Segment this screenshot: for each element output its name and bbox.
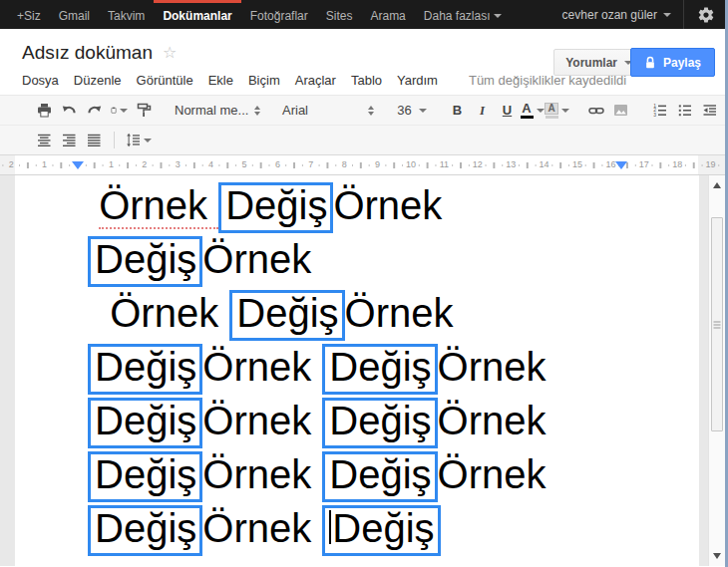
menu-help[interactable]: Yardım [397, 73, 438, 88]
document-line: DeğişÖrnek Değiş [88, 502, 699, 556]
redo-button[interactable] [83, 99, 106, 122]
bold-button[interactable]: B [446, 99, 469, 122]
match-highlight-box[interactable]: Değiş [322, 398, 437, 448]
font-family-select[interactable]: Arial [278, 103, 378, 118]
align-right-button[interactable] [58, 129, 81, 151]
topbar-item-photos[interactable]: Fotoğraflar [241, 0, 317, 29]
topbar-item-gmail[interactable]: Gmail [50, 0, 99, 29]
text-run: Değiş [225, 183, 327, 227]
menu-format[interactable]: Biçim [248, 73, 280, 88]
paint-format-button[interactable] [133, 99, 156, 122]
gear-icon [697, 6, 715, 24]
link-icon [588, 104, 604, 118]
match-highlight-box[interactable]: Değiş [218, 182, 333, 233]
match-highlight-box[interactable]: Değiş [322, 451, 437, 502]
font-size-select[interactable]: 36 [392, 103, 431, 118]
star-icon[interactable]: ☆ [163, 45, 177, 61]
paste-button[interactable] [108, 99, 131, 122]
text-run: Değiş [332, 506, 434, 550]
ruler-number: 14 [540, 159, 549, 169]
lock-icon [644, 56, 656, 70]
menu-file[interactable]: Dosya [22, 73, 59, 88]
ruler-number: 3 [176, 159, 181, 169]
scrollbar-thumb[interactable] [711, 217, 723, 431]
topbar-item-sites[interactable]: Sites [317, 0, 362, 29]
menu-tools[interactable]: Araçlar [295, 73, 336, 88]
highlight-color-button[interactable]: A [546, 99, 568, 122]
print-button[interactable] [33, 99, 56, 122]
text-run [88, 183, 99, 227]
text-run: Örnek [333, 183, 442, 227]
bulleted-list-button[interactable] [673, 99, 696, 122]
match-highlight-box[interactable]: Değiş [88, 398, 202, 448]
ruler-number: 2 [142, 159, 147, 169]
scroll-up-arrow-icon[interactable] [713, 182, 721, 188]
match-highlight-box[interactable]: Değiş [88, 451, 202, 502]
font-size-value: 36 [396, 103, 413, 118]
text-run: Değiş [95, 506, 196, 550]
toolbar-row-2 [0, 126, 728, 154]
comments-button-label: Yorumlar [565, 56, 617, 70]
left-margin-marker[interactable] [72, 161, 84, 169]
toolbar: Normal me... Arial 36 B I U A [0, 95, 728, 155]
document-page[interactable]: Örnek DeğişÖrnek DeğişÖrnek Örnek DeğişÖ… [15, 175, 699, 566]
updown-arrows-icon [368, 106, 374, 116]
account-menu[interactable]: cevher ozan güler [550, 8, 683, 22]
text-run: Örnek [202, 345, 322, 389]
menu-insert[interactable]: Ekle [208, 73, 233, 88]
ruler-number: 8 [342, 159, 347, 169]
italic-button[interactable]: I [471, 99, 494, 122]
text-run: Değiş [329, 399, 431, 442]
clipboard-icon [111, 103, 117, 118]
align-justify-button[interactable] [83, 129, 106, 151]
text-run: Örnek [202, 237, 311, 281]
svg-text:3: 3 [653, 112, 656, 118]
ruler-number: 19 [706, 159, 716, 169]
outdent-icon [702, 103, 717, 118]
settings-gear-button[interactable] [684, 0, 728, 29]
numbered-list-button[interactable]: 123 [648, 99, 671, 122]
outdent-button[interactable] [698, 99, 721, 122]
highlight-color-icon: A [545, 103, 557, 119]
menu-edit[interactable]: Düzenle [74, 73, 122, 88]
match-highlight-box[interactable]: Değiş [322, 344, 437, 395]
share-button[interactable]: Paylaş [630, 48, 715, 77]
scroll-down-arrow-icon[interactable] [713, 553, 721, 559]
ruler[interactable]: 2 1 1 2 3 4 5 6 7 8 9 10 11 12 13 14 15 … [0, 155, 728, 175]
text-run: Örnek [202, 452, 322, 496]
match-highlight-box[interactable]: Değiş [322, 505, 440, 556]
match-highlight-box[interactable]: Değiş [229, 290, 344, 341]
document-line: DeğişÖrnek DeğişÖrnek [88, 448, 699, 502]
undo-button[interactable] [58, 99, 81, 122]
scrollbar-grip-icon [714, 321, 721, 328]
menu-table[interactable]: Tablo [351, 73, 382, 88]
align-center-button[interactable] [33, 129, 56, 151]
insert-image-button[interactable] [609, 99, 632, 122]
vertical-scrollbar[interactable] [708, 175, 725, 566]
topbar-item-search[interactable]: Arama [361, 0, 414, 29]
text-run: Değiş [95, 399, 196, 442]
chevron-down-icon [663, 13, 671, 17]
topbar-item-calendar[interactable]: Takvim [99, 0, 154, 29]
ruler-number: 5 [241, 159, 246, 169]
google-topbar: +Siz Gmail Takvim Dokümanlar Fotoğraflar… [0, 0, 728, 29]
match-highlight-box[interactable]: Değiş [88, 236, 202, 287]
match-highlight-box[interactable]: Değiş [88, 344, 202, 395]
topbar-nav: +Siz Gmail Takvim Dokümanlar Fotoğraflar… [0, 0, 511, 29]
document-line: DeğişÖrnek DeğişÖrnek [88, 341, 699, 395]
line-spacing-button[interactable] [123, 129, 155, 151]
paragraph-style-select[interactable]: Normal me... [171, 103, 264, 118]
topbar-item-documents[interactable]: Dokümanlar [154, 0, 240, 29]
text-color-button[interactable]: A [521, 99, 544, 122]
topbar-item-plus-you[interactable]: +Siz [8, 0, 50, 29]
topbar-item-more[interactable]: Daha fazlası [415, 0, 511, 29]
text-run: Değiş [329, 452, 431, 496]
document-title[interactable]: Adsız doküman [22, 42, 153, 64]
image-icon [613, 104, 628, 117]
text-run: Örnek [345, 291, 454, 335]
match-highlight-box[interactable]: Değiş [88, 505, 202, 556]
menu-view[interactable]: Görüntüle [137, 73, 193, 88]
right-margin-marker[interactable] [615, 161, 627, 169]
insert-link-button[interactable] [584, 99, 607, 122]
underline-button[interactable]: U [496, 99, 519, 122]
